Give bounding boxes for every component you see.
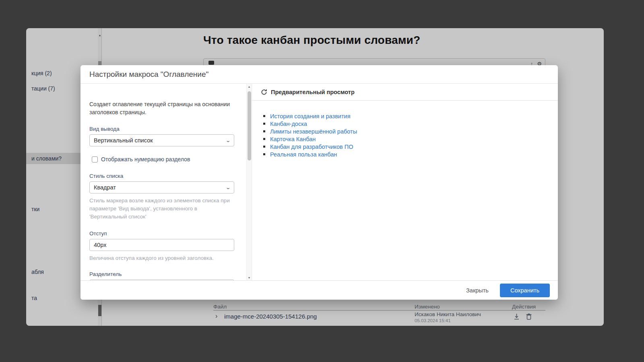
toc-item: Канбан для разработчиков ПО — [263, 144, 558, 150]
list-style-value: Квадрат — [94, 184, 116, 191]
indent-help: Величина отступа каждого из уровней заго… — [89, 254, 234, 262]
list-style-field: Стиль списка Квадрат ⌄ Стиль маркера воз… — [89, 173, 234, 221]
form-scrollbar[interactable]: ▲ ▼ — [246, 84, 252, 280]
scrollbar-thumb[interactable] — [248, 91, 251, 160]
list-style-label: Стиль списка — [89, 173, 234, 179]
toc-link[interactable]: Канбан-доска — [270, 121, 307, 127]
toc-link[interactable]: Лимиты незавершённой работы — [270, 128, 357, 135]
numbering-checkbox[interactable] — [92, 156, 98, 162]
toc-link[interactable]: История создания и развития — [270, 113, 351, 119]
preview-body: История создания и развития Канбан-доска… — [252, 101, 558, 159]
settings-form: Создает оглавление текущей страницы на о… — [80, 84, 252, 280]
toc-item: Лимиты незавершённой работы — [263, 129, 558, 134]
output-type-label: Вид вывода — [89, 126, 234, 132]
list-style-help: Стиль маркера возле каждого из элементов… — [89, 197, 234, 221]
preview-header: Предварительный просмотр — [252, 84, 558, 101]
indent-input[interactable]: 40px — [89, 239, 234, 251]
toc-link[interactable]: Карточка Канбан — [270, 136, 316, 142]
macro-settings-dialog: Настройки макроса "Оглавление" Создает о… — [80, 65, 558, 300]
toc-item: История создания и развития — [263, 113, 558, 119]
output-type-select[interactable]: Вертикальный список ⌄ — [89, 134, 234, 146]
scroll-up-icon[interactable]: ▲ — [247, 85, 252, 88]
close-button[interactable]: Закрыть — [466, 287, 489, 294]
chevron-down-icon: ⌄ — [225, 185, 231, 190]
dialog-title: Настройки макроса "Оглавление" — [80, 65, 558, 84]
toc-preview-list: История создания и развития Канбан-доска… — [263, 113, 558, 157]
preview-pane: Предварительный просмотр История создани… — [252, 84, 558, 280]
macro-description: Создает оглавление текущей страницы на о… — [89, 100, 234, 116]
dialog-footer: Закрыть Сохранить — [80, 280, 558, 300]
indent-label: Отступ — [89, 230, 234, 237]
indent-field: Отступ 40px Величина отступа каждого из … — [89, 230, 234, 262]
toc-item: Карточка Канбан — [263, 136, 558, 142]
separator-label: Разделитель — [89, 271, 234, 277]
dialog-body: Создает оглавление текущей страницы на о… — [80, 84, 558, 280]
numbering-checkbox-label: Отображать нумерацию разделов — [101, 156, 190, 162]
save-button[interactable]: Сохранить — [500, 284, 550, 297]
toc-link[interactable]: Канбан для разработчиков ПО — [270, 144, 353, 150]
preview-title: Предварительный просмотр — [271, 89, 355, 95]
indent-value: 40px — [94, 242, 106, 248]
chevron-down-icon: ⌄ — [225, 138, 231, 143]
scroll-down-icon[interactable]: ▼ — [247, 276, 252, 279]
toc-item: Канбан-доска — [263, 121, 558, 127]
toc-item: Реальная польза канбан — [263, 152, 558, 157]
list-style-select[interactable]: Квадрат ⌄ — [89, 181, 234, 193]
numbering-checkbox-row[interactable]: Отображать нумерацию разделов — [92, 156, 234, 162]
output-type-value: Вертикальный список — [94, 137, 153, 144]
toc-link[interactable]: Реальная польза канбан — [270, 151, 337, 158]
refresh-icon[interactable] — [261, 89, 267, 95]
separator-field: Разделитель Квадратные скобки ⌄ — [89, 271, 234, 280]
output-type-field: Вид вывода Вертикальный список ⌄ — [89, 126, 234, 146]
